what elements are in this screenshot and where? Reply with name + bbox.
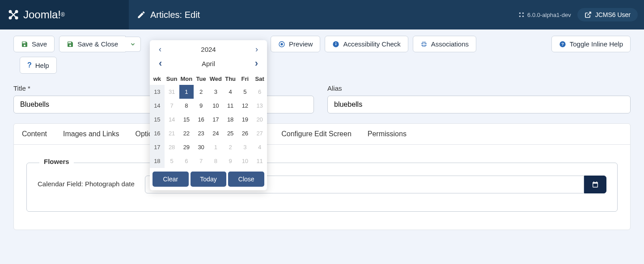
calendar-button[interactable] [584,176,606,193]
calendar-day[interactable]: 30 [194,140,208,154]
calendar-day[interactable]: 7 [165,99,179,113]
calendar-day[interactable]: 4 [252,140,267,154]
calendar-day[interactable]: 18 [223,113,238,126]
calendar-day-header: Tue [194,73,208,85]
fieldset-legend: Flowers [39,158,74,165]
calendar-day[interactable]: 5 [165,154,179,168]
calendar-day[interactable]: 17 [208,113,223,126]
calendar-day[interactable]: 3 [238,140,253,154]
version-text[interactable]: 6.0.0-alpha1-dev [518,12,571,18]
year-prev-button[interactable]: ‹ [156,44,164,55]
user-label: JCMS6 User [595,11,631,18]
save-button[interactable]: Save [13,36,55,52]
external-link-icon [585,11,592,18]
tab-configure-edit-screen[interactable]: Configure Edit Screen [273,124,360,144]
calendar-day[interactable]: 25 [223,126,238,140]
calendar-actions: Clear Today Close [150,168,267,187]
svg-point-6 [519,16,521,17]
calendar-day[interactable]: 2 [223,140,238,154]
calendar-day[interactable]: 10 [208,99,223,113]
accessibility-icon [332,41,339,48]
tab-images-and-links[interactable]: Images and Links [55,124,127,144]
help-button[interactable]: ? Help [20,57,57,74]
eye-icon [278,41,285,48]
calendar-day[interactable]: 28 [165,140,179,154]
calendar-day[interactable]: 13 [252,99,267,113]
save-close-button[interactable]: Save & Close [59,36,126,52]
calendar-day[interactable]: 12 [238,99,253,113]
calendar-day[interactable]: 9 [223,154,238,168]
svg-point-7 [522,16,524,17]
calendar-day[interactable]: 8 [208,154,223,168]
save-label: Save [32,40,47,48]
calendar-day[interactable]: 11 [223,99,238,113]
calendar-close-button[interactable]: Close [228,172,264,187]
svg-text:?: ? [561,42,564,46]
calendar-day[interactable]: 26 [238,126,253,140]
page-title-block: Articles: Edit [129,10,518,20]
user-menu[interactable]: JCMS6 User [577,8,638,21]
calendar-day-header: Thu [223,73,238,85]
brand-logo[interactable]: Joomla!® [0,0,129,29]
calendar-day[interactable]: 9 [194,99,208,113]
tab-content[interactable]: Content [14,124,55,144]
calendar-today-button[interactable]: Today [191,172,227,187]
save-close-label: Save & Close [77,40,118,48]
calendar-day[interactable]: 4 [223,85,238,99]
calendar-day[interactable]: 14 [165,113,179,126]
calendar-day-header: Mon [179,73,194,85]
calendar-year[interactable]: 2024 [201,46,216,53]
calendar-day[interactable]: 6 [179,154,194,168]
calendar-wk-header: wk [150,73,165,85]
calendar-week-number: 18 [150,154,165,168]
tab-permissions[interactable]: Permissions [360,124,415,144]
contract-icon [420,41,428,48]
accessibility-button[interactable]: Accessibility Check [325,36,408,52]
calendar-day[interactable]: 8 [179,99,194,113]
calendar-day[interactable]: 6 [252,85,267,99]
help-label: Help [35,62,49,69]
calendar-day[interactable]: 21 [165,126,179,140]
toggle-help-button[interactable]: ? Toggle Inline Help [551,36,631,52]
year-next-button[interactable]: › [253,44,261,55]
alias-input[interactable] [327,96,631,113]
calendar-day[interactable]: 10 [238,154,253,168]
calendar-day[interactable]: 19 [238,113,253,126]
toggle-help-label: Toggle Inline Help [570,40,623,48]
save-icon [21,41,28,48]
calendar-day[interactable]: 1 [208,140,223,154]
calendar-day[interactable]: 5 [238,85,253,99]
calendar-day[interactable]: 31 [165,85,179,99]
calendar-clear-button[interactable]: Clear [153,172,189,187]
page-title: Articles: Edit [150,10,200,20]
calendar-day[interactable]: 3 [208,85,223,99]
calendar-day[interactable]: 11 [252,154,267,168]
calendar-day-header: Sat [252,73,267,85]
calendar-day[interactable]: 16 [194,113,208,126]
associations-button[interactable]: Associations [413,36,476,52]
month-next-button[interactable]: › [252,57,261,70]
calendar-day[interactable]: 1 [179,85,194,99]
calendar-day[interactable]: 20 [252,113,267,126]
calendar-day[interactable]: 27 [252,126,267,140]
calendar-week-number: 17 [150,140,165,154]
save-dropdown-button[interactable] [125,37,141,52]
chevron-down-icon [130,41,136,47]
calendar-grid: wkSunMonTueWedThuFriSat 1331123456147891… [150,73,267,168]
preview-button[interactable]: Preview [271,36,320,52]
tabs: ContentImages and LinksOptionsPublishing… [14,124,630,145]
calendar-month[interactable]: April [202,60,215,67]
calendar-day[interactable]: 2 [194,85,208,99]
calendar-day[interactable]: 24 [208,126,223,140]
svg-point-11 [335,42,336,43]
calendar-day[interactable]: 22 [179,126,194,140]
calendar-day[interactable]: 7 [194,154,208,168]
calendar-day[interactable]: 29 [179,140,194,154]
accessibility-label: Accessibility Check [343,40,400,48]
month-prev-button[interactable]: ‹ [156,57,165,70]
calendar-field-row: Calendar Field: Photograph date [38,176,606,193]
calendar-day[interactable]: 23 [194,126,208,140]
brand-text: Joomla! [23,8,61,21]
calendar-week-number: 13 [150,85,165,99]
calendar-day[interactable]: 15 [179,113,194,126]
